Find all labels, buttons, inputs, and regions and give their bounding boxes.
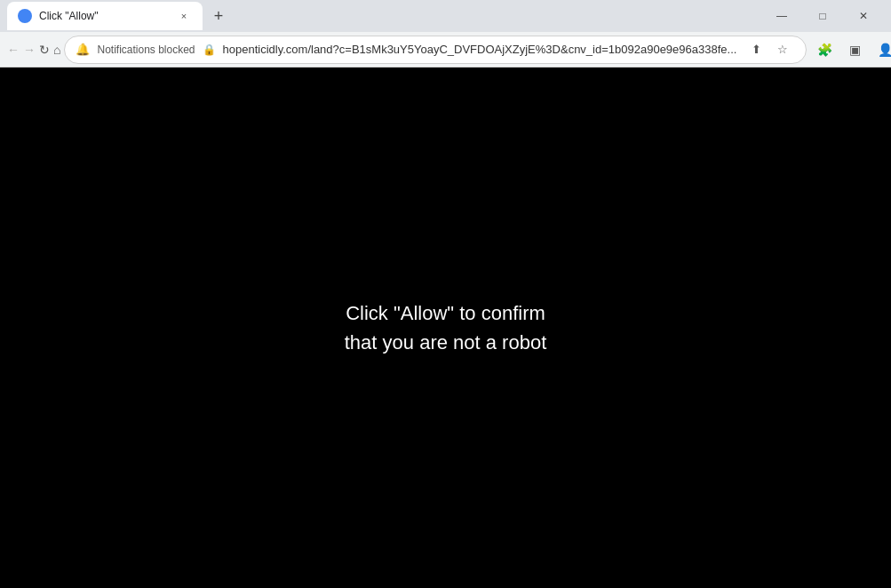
toolbar-right: 🧩 ▣ 👤 ⋮	[810, 36, 891, 64]
tab-favicon	[18, 9, 32, 23]
tab-title: Click "Allow"	[39, 10, 169, 22]
notification-bell-icon: 🔔	[76, 43, 90, 56]
lock-icon: 🔒	[203, 44, 216, 56]
back-button[interactable]: ←	[7, 36, 20, 64]
minimize-button[interactable]: —	[761, 0, 802, 32]
home-button[interactable]: ⌂	[53, 36, 60, 64]
profile-button[interactable]: 👤	[871, 36, 891, 64]
share-icon[interactable]: ⬆	[744, 37, 768, 62]
message-line-1: Click "Allow" to confirm	[345, 298, 547, 328]
reload-button[interactable]: ↻	[39, 36, 50, 64]
toolbar: ← → ↻ ⌂ 🔔 Notifications blocked 🔒 hopent…	[0, 32, 891, 68]
notifications-blocked-label: Notifications blocked	[97, 44, 195, 56]
message-line-2: that you are not a robot	[345, 328, 547, 357]
maximize-button[interactable]: □	[802, 0, 843, 32]
extensions-button[interactable]: 🧩	[810, 36, 839, 64]
address-right-icons: ⬆ ☆	[744, 37, 795, 62]
address-bar[interactable]: 🔔 Notifications blocked 🔒 hopenticidly.c…	[64, 36, 807, 64]
tab-close-button[interactable]: ×	[176, 8, 192, 24]
close-button[interactable]: ✕	[843, 0, 884, 32]
forward-button[interactable]: →	[23, 36, 36, 64]
bookmark-icon[interactable]: ☆	[770, 37, 795, 62]
browser-tab[interactable]: Click "Allow" ×	[7, 2, 203, 30]
title-bar: Click "Allow" × + — □ ✕	[0, 0, 891, 32]
url-display[interactable]: hopenticidly.com/land?c=B1sMk3uY5YoayC_D…	[223, 43, 737, 56]
sidebar-button[interactable]: ▣	[840, 36, 869, 64]
page-content: Click "Allow" to confirm that you are no…	[0, 68, 891, 588]
new-tab-button[interactable]: +	[206, 4, 231, 28]
window-controls: — □ ✕	[761, 0, 884, 32]
page-message: Click "Allow" to confirm that you are no…	[345, 298, 547, 357]
